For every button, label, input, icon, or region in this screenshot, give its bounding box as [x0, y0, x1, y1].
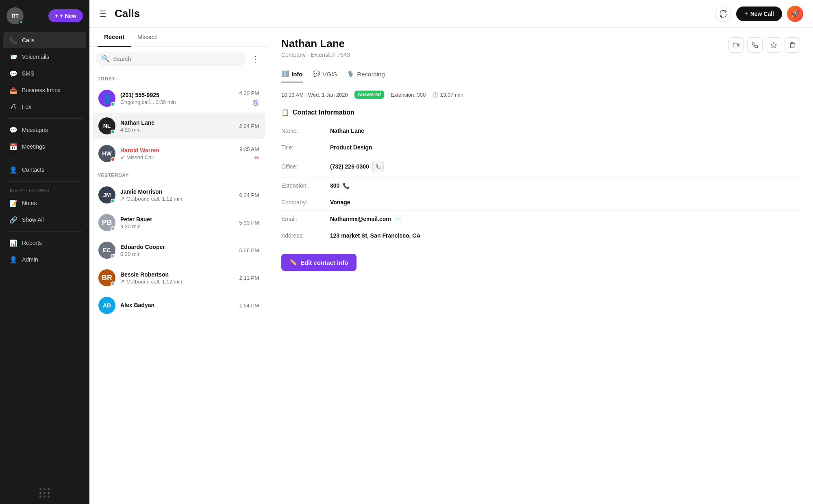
- call-time-col: 2:11 PM: [239, 275, 259, 281]
- call-avatar: NL: [98, 117, 115, 134]
- sidebar-item-voicemails[interactable]: 📨 Voicemails: [3, 49, 86, 65]
- sidebar-item-contacts[interactable]: 👤 Contacts: [3, 162, 86, 178]
- sidebar-footer: [0, 482, 89, 504]
- video-button[interactable]: [728, 37, 744, 53]
- field-label: Email:: [281, 216, 330, 222]
- call-sub: 0:30 min: [120, 251, 235, 257]
- call-info: Eduardo Cooper 0:30 min: [120, 244, 235, 257]
- new-button-label: + New: [60, 13, 76, 19]
- sidebar-item-meetings[interactable]: 📅 Meetings: [3, 138, 86, 155]
- sidebar-item-business-inbox[interactable]: 📥 Business Inbox: [3, 82, 86, 98]
- initials: JM: [103, 192, 111, 198]
- call-avatar: HW: [98, 145, 115, 162]
- voicemail-icon: ∞: [254, 154, 259, 161]
- tab-vgis[interactable]: 💬 VGIS: [313, 66, 337, 82]
- list-item[interactable]: PB Peter Bauer 9:30 min 5:33 PM: [92, 209, 265, 236]
- show-all-icon: 🔗: [10, 216, 17, 223]
- vgis-tab-icon: 💬: [313, 70, 320, 78]
- call-info: Bessie Robertson ↗ Outbound call, 1:12 m…: [120, 271, 235, 285]
- sidebar-item-admin[interactable]: 👤 Admin: [3, 251, 86, 268]
- status-dot: [111, 281, 115, 286]
- call-info: Harold Warren ↙ Missed Call: [120, 147, 235, 160]
- detail-header: Nathan Lane Company - Extension 7643: [281, 37, 800, 58]
- sidebar-item-messages[interactable]: 💬 Messages: [3, 122, 86, 138]
- initials: AB: [103, 302, 111, 309]
- sidebar-item-label: Fax: [22, 104, 31, 110]
- list-item[interactable]: BR Bessie Robertson ↗ Outbound call, 1:1…: [92, 264, 265, 291]
- list-item[interactable]: NL Nathan Lane 4:20 min 2:04 PM: [92, 112, 265, 139]
- call-avatar: PB: [98, 214, 115, 231]
- sidebar: RT + + New 📞 Calls 📨 Voicemails 💬 SMS 📥 …: [0, 0, 89, 504]
- phone-small-icon: [376, 164, 380, 169]
- sidebar-item-notes[interactable]: 📝 Notes: [3, 195, 86, 211]
- call-name: Jamie Morrison: [120, 188, 235, 195]
- sidebar-item-fax[interactable]: 🖨 Fax: [3, 99, 86, 115]
- sidebar-item-calls[interactable]: 📞 Calls: [3, 32, 86, 48]
- tab-recent[interactable]: Recent: [98, 28, 131, 47]
- field-label: Address:: [281, 232, 330, 239]
- call-office-button[interactable]: [372, 161, 384, 172]
- list-item[interactable]: JM Jamie Morrison ↗ Outbound call, 1:12 …: [92, 182, 265, 208]
- rocket-button[interactable]: 🚀: [787, 6, 803, 22]
- svg-rect-1: [733, 43, 737, 47]
- call-time: 5:06 PM: [239, 247, 259, 253]
- new-call-plus: +: [744, 11, 748, 17]
- new-button[interactable]: + + New: [48, 9, 83, 22]
- call-name: Harold Warren: [120, 147, 235, 154]
- call-name: Bessie Robertson: [120, 271, 235, 278]
- apps-grid-icon[interactable]: [39, 488, 50, 498]
- field-value: Vonage: [330, 199, 350, 205]
- calls-list: TODAY 👤 (201) 555-9925 Ongoing call... 0…: [89, 71, 268, 504]
- detail-tabs: ℹ️ Info 💬 VGIS 🎙️ Recording: [281, 66, 800, 82]
- email-icon[interactable]: ✉️: [394, 216, 401, 222]
- list-item[interactable]: 👤 (201) 555-9925 Ongoing call... 0:30 mi…: [92, 85, 265, 112]
- svg-marker-0: [737, 44, 739, 47]
- star-button[interactable]: [766, 37, 781, 53]
- edit-contact-button[interactable]: ✏️ Edit contact info: [281, 254, 357, 271]
- call-info: Peter Bauer 9:30 min: [120, 216, 235, 229]
- call-avatar: EC: [98, 242, 115, 259]
- call-ext-icon[interactable]: 📞: [343, 182, 350, 189]
- tab-recording[interactable]: 🎙️ Recording: [347, 66, 385, 82]
- delete-button[interactable]: [785, 37, 800, 53]
- meetings-icon: 📅: [10, 143, 17, 150]
- sync-button[interactable]: [715, 6, 731, 22]
- list-item[interactable]: HW Harold Warren ↙ Missed Call 9:35 AM ∞: [92, 140, 265, 167]
- call-time-col: 9:35 AM ∞: [239, 146, 259, 161]
- call-sub: 4:20 min: [120, 127, 235, 133]
- sidebar-divider-1: [7, 118, 83, 119]
- tab-info[interactable]: ℹ️ Info: [281, 66, 303, 82]
- call-sub: Ongoing call... 0:30 min: [120, 99, 235, 105]
- sidebar-item-label: Reports: [22, 240, 42, 246]
- new-button-plus: +: [55, 13, 58, 19]
- sidebar-item-sms[interactable]: 💬 SMS: [3, 65, 86, 82]
- missed-arrow-icon: ↙: [120, 154, 125, 160]
- list-item[interactable]: EC Eduardo Cooper 0:30 min 5:06 PM: [92, 237, 265, 264]
- duration-meta: 🕐 13:07 min: [432, 92, 463, 98]
- call-avatar: 👤: [98, 90, 115, 107]
- more-options-icon[interactable]: ⋮: [250, 52, 261, 65]
- call-info: Alex Badyan: [120, 302, 235, 309]
- sidebar-divider-4: [7, 231, 83, 231]
- call-button[interactable]: [747, 37, 763, 53]
- sidebar-item-reports[interactable]: 📊 Reports: [3, 235, 86, 251]
- new-call-button[interactable]: + New Call: [736, 6, 782, 21]
- sidebar-item-label: Business Inbox: [22, 87, 61, 93]
- reports-icon: 📊: [10, 239, 17, 247]
- trash-icon: [789, 42, 796, 48]
- extension-meta: Extension: 300: [391, 92, 426, 98]
- call-time: 2:11 PM: [239, 275, 259, 281]
- voicemails-icon: 📨: [10, 53, 17, 61]
- list-item[interactable]: AB Alex Badyan 1:54 PM: [92, 292, 265, 319]
- outbound-arrow-icon: ↗: [120, 196, 125, 202]
- contact-info-section: 📋 Contact Information Name: Nathan Lane …: [281, 108, 800, 271]
- field-value: Nathanmx@email.com ✉️: [330, 216, 401, 222]
- content-area: Recent Missed 🔍 ⋮ TODAY 👤: [89, 28, 813, 504]
- main-area: ☰ Calls + New Call 🚀: [89, 0, 813, 504]
- tab-missed[interactable]: Missed: [131, 28, 163, 47]
- menu-icon[interactable]: ☰: [99, 9, 107, 19]
- search-input[interactable]: [113, 56, 241, 62]
- call-time: 4:20 PM: [239, 90, 259, 96]
- status-dot: [111, 157, 115, 162]
- sidebar-item-show-all[interactable]: 🔗 Show All: [3, 212, 86, 228]
